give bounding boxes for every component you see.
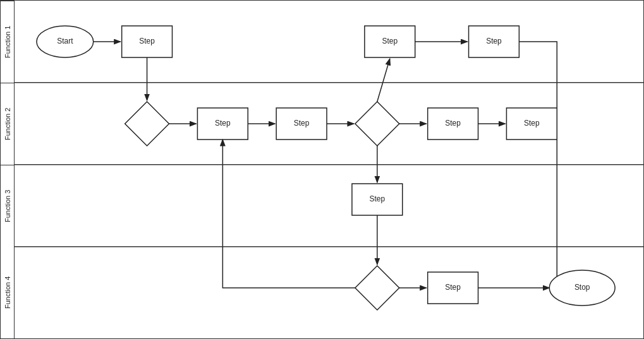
lane-label-4: Function 4 bbox=[1, 247, 14, 338]
diagram-container: Function 1 Function 2 Function 3 Functio… bbox=[0, 0, 644, 339]
lane-labels: Function 1 Function 2 Function 3 Functio… bbox=[1, 1, 15, 338]
lane-label-1: Function 1 bbox=[1, 1, 14, 83]
lane-label-2: Function 2 bbox=[1, 83, 14, 165]
lanes-content: Start Step Step Step bbox=[15, 1, 643, 338]
lane-label-3: Function 3 bbox=[1, 165, 14, 247]
lane-1 bbox=[15, 1, 643, 83]
lane-2 bbox=[15, 83, 643, 165]
lane-4 bbox=[15, 247, 643, 338]
lane-3 bbox=[15, 165, 643, 247]
